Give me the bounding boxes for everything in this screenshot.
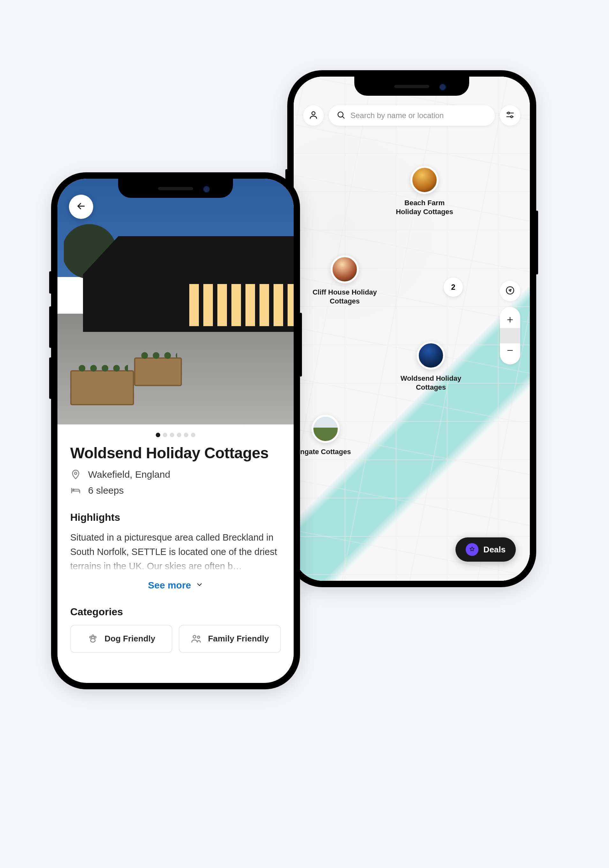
category-chip-dog[interactable]: Dog Friendly [70,625,172,653]
see-more-button[interactable]: See more [70,580,281,591]
hero-image[interactable] [57,179,294,425]
carousel-dots[interactable] [70,433,281,437]
svg-point-11 [193,636,196,638]
deals-label: Deals [483,545,505,555]
pin-avatar [311,415,339,443]
deals-icon [466,543,479,556]
detail-sheet: Woldsend Holiday Cottages Wakefield, Eng… [57,425,294,666]
sliders-icon [505,110,514,121]
pin-avatar [331,255,359,284]
device-notch [354,77,469,96]
category-label: Dog Friendly [105,634,155,644]
pin-avatar [411,166,439,194]
svg-point-4 [506,287,514,294]
pin-avatar [417,341,445,369]
svg-point-5 [74,472,77,474]
category-chip-family[interactable]: Family Friendly [179,625,281,653]
svg-point-7 [90,636,91,638]
carousel-dot[interactable] [156,433,160,437]
cluster-count: 2 [451,283,455,292]
carousel-dot[interactable] [191,433,195,437]
map-pin-beach[interactable]: Beach FarmHoliday Cottages [389,166,460,216]
svg-point-6 [73,489,74,490]
search-icon [336,110,346,121]
category-label: Family Friendly [208,634,269,644]
profile-button[interactable] [303,105,324,126]
device-notch [118,179,233,198]
zoom-control [500,307,520,364]
map-pin-wold[interactable]: Woldsend HolidayCottages [396,341,466,392]
phone-map-frame: Beach FarmHoliday Cottages Cliff House H… [287,70,536,587]
carousel-dot[interactable] [170,433,174,437]
filter-button[interactable] [500,105,520,126]
plus-icon [506,316,514,325]
svg-point-9 [94,636,96,638]
carousel-dot[interactable] [184,433,188,437]
compass-icon [505,286,514,296]
phone-detail-frame: Woldsend Holiday Cottages Wakefield, Eng… [51,172,300,689]
svg-point-2 [507,112,510,114]
pin-label: Beach FarmHoliday Cottages [396,198,453,216]
listing-sleeps: 6 sleeps [88,485,124,496]
carousel-dot[interactable] [177,433,181,437]
listing-description: Situated in a picturesque area called Br… [70,530,281,574]
arrow-left-icon [76,201,87,213]
bed-icon [70,485,82,496]
paw-icon [87,633,99,645]
svg-point-8 [92,635,94,637]
search-input[interactable] [350,111,487,120]
deals-button[interactable]: Deals [456,537,516,562]
back-button[interactable] [69,195,93,219]
svg-point-3 [511,116,513,118]
listing-title: Woldsend Holiday Cottages [70,444,281,462]
pin-label: ngate Cottages [301,447,351,456]
map-canvas[interactable] [294,77,530,581]
carousel-dot[interactable] [163,433,167,437]
svg-point-1 [338,112,343,117]
see-more-label: See more [148,580,191,591]
user-icon [308,110,318,121]
svg-point-0 [312,112,315,115]
minus-icon [506,346,514,356]
compass-button[interactable] [500,281,520,301]
zoom-in-button[interactable] [500,313,520,328]
chevron-down-icon [196,580,203,591]
map-cluster[interactable]: 2 [444,277,463,297]
pin-label: Cliff House HolidayCottages [313,288,377,305]
map-pin-gate[interactable]: ngate Cottages [294,415,361,456]
highlights-heading: Highlights [70,512,281,523]
family-icon [191,633,202,645]
search-bar[interactable] [329,105,495,126]
location-pin-icon [70,469,82,480]
svg-point-12 [197,636,200,638]
zoom-out-button[interactable] [500,343,520,359]
pin-label: Woldsend HolidayCottages [401,374,461,392]
listing-location: Wakefield, England [88,469,170,480]
categories-heading: Categories [70,606,281,618]
svg-point-10 [90,639,95,642]
map-pin-cliff[interactable]: Cliff House HolidayCottages [310,255,380,305]
